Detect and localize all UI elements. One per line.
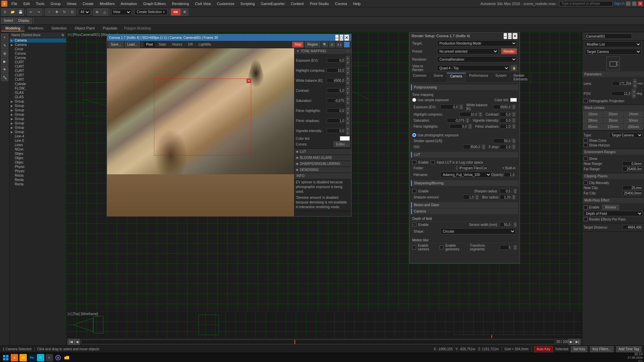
highlight-input[interactable] [327, 68, 345, 73]
fstop-up[interactable]: ▲ [512, 144, 516, 147]
tree-item-25[interactable]: NGon [9, 147, 66, 152]
dof-shape-select[interactable]: Circular [440, 228, 516, 234]
tree-item-8[interactable]: CURT [9, 73, 66, 77]
display-btn[interactable]: Display [16, 18, 32, 24]
modify-icon[interactable]: ✎ [1, 42, 8, 49]
tree-item-19[interactable]: ▶Group [9, 121, 66, 125]
vig-up2[interactable]: ▲ [512, 118, 516, 120]
dof-enable-checkbox[interactable] [412, 223, 416, 227]
tree-item-17[interactable]: ▶Group [9, 112, 66, 117]
pp-exp-down[interactable]: ▼ [460, 107, 463, 109]
taskbar-3dsmax[interactable]: 3 [11, 354, 18, 361]
saturation-input[interactable] [327, 98, 345, 103]
scene-tree-sort-icon[interactable]: ⇅ [61, 33, 64, 37]
rw-tab-dr[interactable]: DR [186, 42, 195, 47]
sw-down[interactable]: ▼ [514, 225, 517, 227]
menu-civil-view[interactable]: Civil View [192, 1, 213, 6]
maximize-button[interactable]: □ [632, 1, 637, 6]
blur-radius-input[interactable] [500, 195, 512, 199]
rotate-btn[interactable]: ↻ [61, 8, 68, 16]
lens-200mm[interactable]: 200mm [624, 124, 643, 130]
tree-item-1[interactable]: ▶Camera [9, 43, 66, 47]
sw-up[interactable]: ▲ [514, 222, 517, 225]
info-header[interactable]: INFO [294, 173, 351, 179]
menu-modifiers[interactable]: Modifiers [97, 1, 117, 6]
rw-stop-btn[interactable]: Stop [292, 42, 304, 48]
menu-views[interactable]: Views [64, 1, 79, 6]
menu-content[interactable]: Content [288, 1, 307, 6]
rw-close[interactable]: ✕ [344, 35, 349, 41]
vtr-lock-icon[interactable]: 🔒 [511, 65, 517, 71]
renderer-select[interactable]: CoronaRenderer [437, 56, 517, 62]
fsh-down[interactable]: ▼ [346, 121, 350, 125]
tree-item-23[interactable]: Line-5 [9, 138, 66, 143]
tree-item-18[interactable]: ▶Group [9, 117, 66, 121]
shutter-up[interactable]: ▲ [512, 138, 516, 141]
menu-animation[interactable]: Animation [118, 1, 140, 6]
rw-tab-history[interactable]: History [170, 42, 185, 47]
exposure-down[interactable]: ▼ [346, 60, 350, 65]
contrast-input[interactable] [327, 88, 345, 93]
selection-close-btn[interactable]: ✕ [247, 78, 251, 83]
white-balance-input[interactable] [327, 78, 345, 83]
preset-select[interactable]: No preset selected [437, 48, 498, 54]
next-frame-btn[interactable]: ▶| [574, 339, 581, 345]
vig-down[interactable]: ▼ [346, 131, 350, 135]
rw-maximize[interactable]: □ [339, 35, 343, 41]
bloom-glare-header[interactable]: ▶ BLOOM AND GLARE [294, 155, 351, 161]
lut-enable-checkbox[interactable] [412, 160, 416, 164]
lut-folder-input[interactable] [454, 166, 488, 170]
sharpen-radius-input[interactable] [500, 189, 512, 193]
wb-input[interactable] [493, 105, 512, 109]
vignette-input[interactable] [327, 128, 345, 133]
target-select[interactable]: Production Rendering Mode [437, 40, 517, 46]
sat-down[interactable]: ▼ [346, 101, 350, 105]
fsh-input2[interactable] [500, 124, 512, 129]
rs-tab-system[interactable]: System [492, 73, 510, 82]
rw-region-btn[interactable]: Region [305, 42, 320, 48]
lens-85mm[interactable]: 85mm [583, 124, 603, 130]
tree-item-2[interactable]: Circle [9, 47, 66, 51]
iso-up[interactable]: ▲ [482, 144, 485, 147]
menu-group[interactable]: Group [48, 1, 63, 6]
tab-selection[interactable]: Selection [47, 25, 70, 32]
fov-down[interactable]: ▼ [632, 94, 636, 98]
scale-btn[interactable]: ⊡ [68, 8, 76, 16]
motion-icon[interactable]: ▶ [1, 58, 8, 65]
auto-key-btn[interactable]: Auto Key [534, 346, 553, 352]
rw-minimize[interactable]: – [335, 35, 339, 41]
color-tint-swatch[interactable] [340, 136, 350, 141]
tree-item-16[interactable]: ▶Group [9, 108, 66, 112]
fov-input[interactable] [611, 91, 631, 96]
view-dropdown[interactable]: View [111, 9, 131, 15]
tree-item-24[interactable]: Lines [9, 143, 66, 147]
fsh-up2[interactable]: ▲ [512, 124, 516, 126]
filmic-hl-input[interactable] [327, 108, 345, 113]
ts-input[interactable] [500, 245, 512, 250]
render-setup-btn[interactable]: ⚙ [181, 8, 189, 16]
prev-frame-btn[interactable]: |◀ [68, 339, 74, 345]
menu-graph-editors[interactable]: Graph Editors [141, 1, 169, 6]
tree-item-21[interactable]: ▶Group [9, 130, 66, 134]
sa-down[interactable]: ▼ [475, 197, 479, 199]
angle-snap-btn[interactable]: △ [101, 8, 108, 16]
rw-tab-post[interactable]: Post [144, 42, 155, 47]
wb-up[interactable]: ▲ [346, 76, 350, 80]
tab-freeform[interactable]: Freeform [24, 25, 48, 32]
tree-item-28[interactable]: Objec [9, 160, 66, 165]
camera-type-dropdown[interactable]: Target Camera [609, 132, 643, 138]
env-show-checkbox[interactable] [584, 157, 588, 161]
br-up[interactable]: ▲ [512, 195, 516, 197]
sat-up[interactable]: ▲ [346, 96, 350, 101]
close-button[interactable]: ✕ [638, 1, 643, 6]
tree-item-31[interactable]: Recta [9, 173, 66, 178]
pp-sat-input[interactable] [447, 118, 465, 123]
contrast-up[interactable]: ▲ [346, 86, 350, 90]
new-btn[interactable]: 🗋 [1, 8, 9, 16]
pp-hl-input[interactable] [460, 112, 478, 117]
denoising-header[interactable]: ▶ DENOISING [294, 167, 351, 173]
tree-item-30[interactable]: Physic [9, 169, 66, 173]
lens-down[interactable]: ▼ [633, 83, 637, 88]
move-btn[interactable]: ✥ [53, 8, 60, 16]
lens-input[interactable] [612, 81, 632, 86]
